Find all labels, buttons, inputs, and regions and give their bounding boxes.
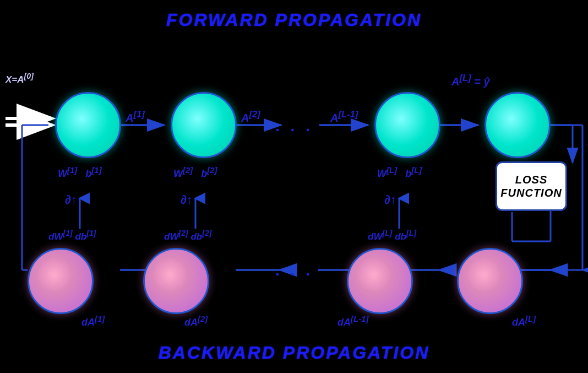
dots-top: . . . [275,117,313,135]
node-top-1 [55,92,121,158]
omega-2-label: ∂↑ [181,193,193,207]
a2-label: A[2] [241,109,260,125]
dw2-db2-label: dW[2] db[2] [164,229,212,242]
a1-label: A[1] [126,109,145,125]
dal-1-label: dA[L-1] [337,314,369,328]
node-bottom-3 [347,248,413,314]
loss-text: LOSSFUNCTION [500,173,562,199]
node-bottom-1 [28,248,94,314]
w2-b2-label: W[2] b[2] [173,165,217,180]
node-bottom-2 [143,248,209,314]
node-top-3 [374,92,440,158]
da1-label: dA[1] [81,314,105,328]
main-diagram: FORWARD PROPAGATION BACKWARD PROPAGATION [0,0,588,373]
al-hat-label: A[L] = ŷ [451,73,490,88]
x-input-label: X=A[0] [6,72,34,85]
node-top-4 [484,92,551,158]
title-backward: BACKWARD PROPAGATION [159,343,430,363]
title-forward: FORWARD PROPAGATION [166,10,422,30]
dal-label: dA[L] [512,314,536,328]
w1-b1-label: W[1] b[1] [58,165,102,180]
omega-1-label: ∂↑ [65,193,77,207]
wL-bL-label: W[L] b[L] [377,165,422,180]
da2-label: dA[2] [184,314,208,328]
dw1-db1-label: dW[1] db[1] [48,229,96,242]
loss-function-box: LOSSFUNCTION [496,161,567,211]
omega-L-label: ∂↑ [384,193,396,207]
dwL-dbL-label: dW[L] db[L] [368,229,416,242]
node-bottom-4 [457,248,523,314]
al-1-label: A[L-1] [330,109,358,125]
dots-bottom: . . . [275,262,313,279]
node-top-2 [171,92,237,158]
